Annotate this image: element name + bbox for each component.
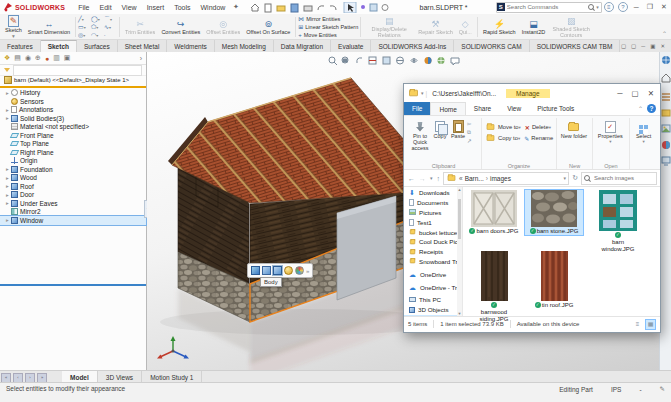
sidebar-item-test1[interactable]: Test1 [404,217,462,227]
thumbnail-view-toggle[interactable]: ▦ [645,319,656,330]
pin-to-quick-access-button[interactable]: Pin to Quick access [409,119,431,151]
tab-surfaces[interactable]: Surfaces [77,40,118,52]
tree-item-annotations[interactable]: ▸Annotations [0,106,146,115]
menu-edit[interactable]: Edit [95,4,117,11]
explorer-title-bar[interactable]: ▾ | C:\Users\JakeIfft\On... Manage ─ ▢ ✕ [404,84,660,102]
tab-file[interactable]: File [404,102,430,115]
new-folder-button[interactable]: New folder [560,119,588,139]
forward-icon[interactable]: → [418,175,427,182]
options-icon[interactable]: ≡ [604,2,614,12]
tree-item-wood[interactable]: ▸Wood [0,174,146,183]
select-button[interactable]: Select▾ [633,119,655,145]
sidebar-item-onedrive-trim[interactable]: ☁OneDrive - TriM [404,282,462,292]
doc-close-icon[interactable]: ✕ [660,43,665,49]
quick-access-toolbar[interactable] [249,2,397,13]
tab-solidworks-cam-tbm[interactable]: SOLIDWORKS CAM TBM [530,40,621,52]
sidebar-item-3d-objects[interactable]: 3D Objects [404,305,462,315]
doc-cascade-icon[interactable]: ▢ [621,43,626,49]
mirror-entities-button[interactable]: ⋈Mirror Entities [298,15,358,23]
close-button[interactable]: ✕ [657,3,671,11]
file-tin-roof[interactable]: ✓tin roof.JPG [525,251,583,309]
properties-button[interactable]: ✓ Properties▾ [596,119,624,145]
sidebar-item-snowboard[interactable]: Snowboard Tr [404,257,462,267]
tab-home[interactable]: Home [430,102,465,115]
menu-file[interactable]: File [73,4,94,11]
rapid-sketch-button[interactable]: ⚡ Rapid Sketch [480,15,519,39]
tab-scroll-prev-icon[interactable]: ‹ [13,373,23,383]
file-explorer-window[interactable]: ▾ | C:\Users\JakeIfft\On... Manage ─ ▢ ✕… [403,83,661,333]
explorer-search-input[interactable] [592,174,654,182]
quick-snaps-button[interactable]: ◇ Qui... [456,15,475,39]
tree-item-sensors[interactable]: Sensors [0,97,146,106]
ribbon-collapse-icon[interactable]: ⌃ [638,105,643,112]
cam-ops-tab-icon[interactable]: ▣ [64,54,71,62]
qat-dropdown-icon[interactable]: ▾ [421,90,424,96]
sidebar-item-cool-duck-pic[interactable]: Cool Duck Pic [404,237,462,247]
appearance-sphere-icon[interactable] [284,266,293,275]
status-edit-icon[interactable]: ✎ [660,385,665,393]
tab-sheet-metal[interactable]: Sheet Metal [118,40,168,52]
cam-tab-icon[interactable]: ▥ [53,54,60,62]
tree-item-origin[interactable]: Origin [0,157,146,166]
contextual-tab-manage[interactable]: Manage [506,89,550,98]
tree-splitter[interactable] [0,284,146,286]
move-to-button[interactable]: Move to▾ [485,122,521,132]
back-icon[interactable]: ← [407,175,416,182]
delete-button[interactable]: ✕Delete▾ [525,122,551,132]
cut-icon[interactable]: ✂ [467,121,472,127]
explorer-search[interactable] [581,172,657,185]
menu-insert[interactable]: Insert [142,4,170,11]
up-icon[interactable]: ↑ [436,175,442,182]
status-units[interactable]: IPS [611,386,621,393]
explorer-help-icon[interactable]: ? [647,104,656,113]
sidebar-item-onedrive[interactable]: ☁OneDrive [404,269,462,279]
file-barnwood-siding[interactable]: ✓barnwood siding.JPG [465,251,523,322]
doc-restore-icon[interactable]: ▣ [650,43,655,49]
move-entities-button[interactable]: +Move Entities [298,31,358,39]
scroll-up-icon[interactable]: ▲ [457,187,462,192]
menu-window[interactable]: Window [195,4,230,11]
copy-button[interactable]: Copy [431,119,449,139]
refresh-icon[interactable]: ↻ [571,174,579,182]
tab-sketch[interactable]: Sketch [41,40,77,52]
command-search[interactable]: S ▾ [496,2,602,13]
tab-mesh-modeling[interactable]: Mesh Modeling [215,40,274,52]
tree-item-mirror2[interactable]: Mirror2 [0,208,146,217]
sidebar-scrollbar[interactable]: ▲ ▼ [457,187,462,316]
task-pane-icons[interactable] [660,52,671,172]
tab-picture-tools[interactable]: Picture Tools [529,102,582,115]
ribbon-collapse-icon[interactable]: ⌃ [662,30,667,37]
address-dropdown-icon[interactable]: ▾ [564,175,567,181]
tree-root[interactable]: barn (Default) <<Default>_Display State … [0,76,146,85]
tree-item-under-eaves[interactable]: ▸Under Eaves [0,199,146,208]
tree-item-foundation[interactable]: ▸Foundation [0,165,146,174]
body-icon[interactable] [262,266,271,275]
explorer-maximize-button[interactable]: ▢ [632,89,639,98]
copy-path-icon[interactable]: ⧉ [467,129,472,136]
explorer-minimize-button[interactable]: ─ [617,89,622,98]
tree-item-solid-bodies[interactable]: ▸Solid Bodies(3) [0,114,146,123]
sketch-button[interactable]: ✎ Sketch▾ [2,15,25,39]
sidebar-item-bucket-lettuce[interactable]: bucket lettuce [404,227,462,237]
tab-share[interactable]: Share [466,102,499,115]
tree-item-material[interactable]: Material <not specified> [0,123,146,132]
tree-item-right-plane[interactable]: Right Plane [0,148,146,157]
offset-entities-button[interactable]: ◎ Offset Entities [203,15,243,39]
convert-entities-button[interactable]: ↪ Convert Entities [158,15,203,39]
propertymanager-tab-icon[interactable]: ▤ [14,54,21,62]
details-view-toggle[interactable]: ≡ [632,319,643,330]
breadcrumb-current[interactable]: images [490,175,511,182]
tree-filter-input[interactable] [13,65,142,76]
explorer-close-button[interactable]: ✕ [648,89,654,98]
instant2d-button[interactable]: ⬓ Instant2D [519,15,549,39]
tab-data-migration[interactable]: Data Migration [274,40,331,52]
paste-button[interactable]: Paste [449,119,467,139]
tab-scroll-last-icon[interactable]: » [37,373,47,383]
tab-evaluate[interactable]: Evaluate [331,40,371,52]
repair-sketch-button[interactable]: ⚒ Repair Sketch [415,15,456,39]
tab-features[interactable]: Features [0,40,41,52]
sidebar-item-downloads[interactable]: ⬇Downloads [404,188,462,198]
tree-item-window[interactable]: ▸Window [0,216,146,225]
freeze-bar[interactable] [0,86,146,88]
shaded-contours-button[interactable]: ▨ Shaded Sketch Contours [548,15,594,39]
